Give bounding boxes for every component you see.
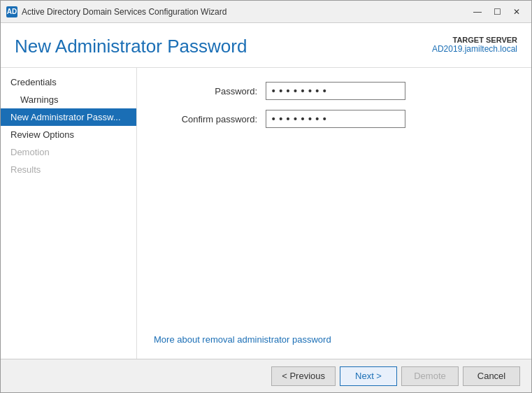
help-link[interactable]: More about removal administrator passwor… [154, 334, 331, 345]
sidebar-item-warnings[interactable]: Warnings [1, 91, 136, 108]
server-name: AD2019.jamiltech.local [432, 44, 517, 54]
main-panel: Password: Confirm password: More about r… [137, 68, 531, 359]
title-bar-controls: — ☐ ✕ [468, 5, 526, 19]
confirm-password-input[interactable] [266, 110, 405, 128]
sidebar-item-review-options[interactable]: Review Options [1, 126, 136, 143]
form-section: Password: Confirm password: [154, 82, 515, 320]
server-info: TARGET SERVER AD2019.jamiltech.local [432, 36, 517, 54]
page-title: New Administrator Password [15, 36, 247, 57]
content-area: Credentials Warnings New Administrator P… [1, 68, 531, 359]
sidebar: Credentials Warnings New Administrator P… [1, 68, 137, 359]
page-header: New Administrator Password TARGET SERVER… [1, 23, 531, 68]
confirm-password-row: Confirm password: [154, 110, 515, 128]
title-bar-left: AD Active Directory Domain Services Conf… [6, 6, 227, 17]
footer: < Previous Next > Demote Cancel [1, 359, 531, 392]
previous-button[interactable]: < Previous [271, 366, 336, 386]
main-window: AD Active Directory Domain Services Conf… [0, 0, 532, 393]
sidebar-item-new-admin-password[interactable]: New Administrator Passw... [1, 108, 136, 126]
link-section: More about removal administrator passwor… [154, 320, 515, 345]
close-button[interactable]: ✕ [508, 5, 526, 19]
title-bar: AD Active Directory Domain Services Conf… [1, 1, 531, 23]
window-title: Active Directory Domain Services Configu… [22, 7, 227, 17]
sidebar-item-results: Results [1, 161, 136, 178]
confirm-label: Confirm password: [154, 114, 266, 124]
app-icon: AD [6, 6, 17, 17]
next-button[interactable]: Next > [340, 366, 397, 386]
password-label: Password: [154, 86, 266, 97]
sidebar-item-credentials[interactable]: Credentials [1, 73, 136, 91]
sidebar-item-demotion: Demotion [1, 143, 136, 161]
password-input[interactable] [266, 82, 405, 100]
server-label: TARGET SERVER [432, 36, 517, 44]
demote-button: Demote [401, 366, 459, 386]
minimize-button[interactable]: — [468, 5, 487, 19]
password-row: Password: [154, 82, 515, 100]
maximize-button[interactable]: ☐ [488, 5, 506, 19]
cancel-button[interactable]: Cancel [463, 366, 520, 386]
